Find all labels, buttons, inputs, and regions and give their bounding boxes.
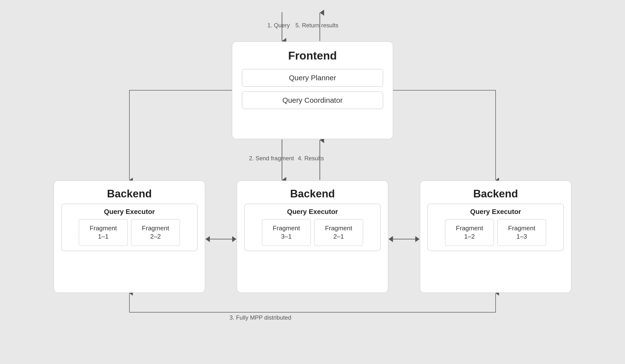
fragment-right-2: Fragment1–3 [497, 219, 546, 246]
executor-center-box: Query Executor Fragment3–1 Fragment2–1 [244, 204, 381, 251]
backend-right-title: Backend [473, 188, 518, 200]
fragment-center-2: Fragment2–1 [314, 219, 363, 246]
executor-left-box: Query Executor Fragment1–1 Fragment2–2 [61, 204, 197, 251]
step2-label: 2. Send fragment [249, 155, 294, 162]
frontend-box: Frontend Query Planner Query Coordinator [232, 41, 393, 139]
executor-right-title: Query Executor [470, 208, 521, 216]
fragments-left-row: Fragment1–1 Fragment2–2 [65, 219, 193, 246]
fragments-center-row: Fragment3–1 Fragment2–1 [249, 219, 376, 246]
executor-center-title: Query Executor [287, 208, 338, 216]
backend-center-box: Backend Query Executor Fragment3–1 Fragm… [237, 181, 388, 293]
step3-label: 3. Fully MPP distributed [229, 314, 291, 321]
fragment-center-1: Fragment3–1 [262, 219, 311, 246]
diagram-container: 1. Query 5. Return results 2. Send fragm… [0, 0, 625, 364]
backend-left-box: Backend Query Executor Fragment1–1 Fragm… [54, 181, 205, 293]
executor-left-title: Query Executor [104, 208, 155, 216]
query-coordinator-box: Query Coordinator [242, 91, 383, 109]
frontend-title: Frontend [288, 49, 337, 62]
backend-left-title: Backend [107, 188, 152, 200]
fragment-left-1: Fragment1–1 [79, 219, 128, 246]
query-planner-box: Query Planner [242, 69, 383, 87]
step5-label: 5. Return results [295, 22, 338, 29]
step4-label: 4. Results [298, 155, 324, 162]
executor-right-box: Query Executor Fragment1–2 Fragment1–3 [428, 204, 564, 251]
step1-label: 1. Query [267, 22, 290, 29]
fragment-right-1: Fragment1–2 [445, 219, 494, 246]
fragment-left-2: Fragment2–2 [131, 219, 180, 246]
backend-center-title: Backend [290, 188, 335, 200]
backend-right-box: Backend Query Executor Fragment1–2 Fragm… [420, 181, 571, 293]
fragments-right-row: Fragment1–2 Fragment1–3 [432, 219, 560, 246]
